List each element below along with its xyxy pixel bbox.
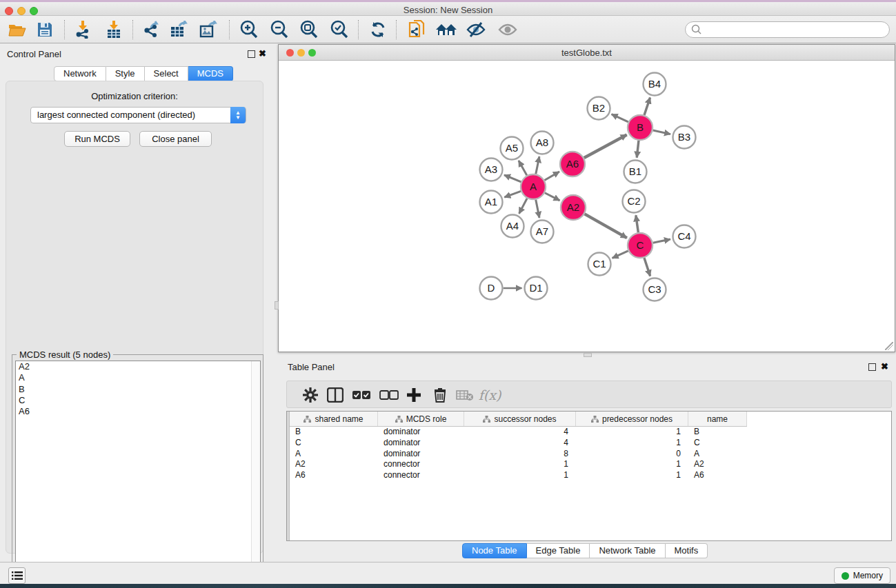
column-header-predecessor-nodes[interactable]: predecessor nodes <box>576 412 688 426</box>
node-C1[interactable]: C1 <box>588 253 611 276</box>
refresh-icon[interactable] <box>366 19 390 41</box>
clone-network-icon[interactable] <box>406 19 429 41</box>
add-column-icon[interactable] <box>403 384 425 406</box>
table-row[interactable]: Bdominator41B <box>290 427 747 438</box>
table-row[interactable]: A6connector11A6 <box>290 470 747 481</box>
tab-network-table[interactable]: Network Table <box>590 543 665 558</box>
node-C3[interactable]: C3 <box>644 278 666 301</box>
column-header-MCDS-role[interactable]: MCDS role <box>378 412 464 426</box>
home-icon[interactable] <box>435 19 458 41</box>
hide-graphics-icon[interactable] <box>464 19 488 41</box>
edge-B-B1[interactable] <box>637 141 639 158</box>
node-D[interactable]: D <box>480 277 503 300</box>
network-graph[interactable]: AA1A2A3A4A5A6A7A8BB1B2B3B4CC1C2C3C4DD1 <box>279 61 895 352</box>
column-header-shared-name[interactable]: shared name <box>290 412 378 426</box>
export-image-icon[interactable] <box>197 19 221 41</box>
edge-A-A5[interactable] <box>519 161 527 175</box>
save-session-icon[interactable] <box>33 19 57 41</box>
node-A7[interactable]: A7 <box>531 221 554 243</box>
result-list-item[interactable]: A <box>16 372 260 383</box>
zoom-selected-icon[interactable] <box>328 19 351 41</box>
result-list-item[interactable]: A2 <box>16 361 260 372</box>
open-session-icon[interactable] <box>6 19 29 41</box>
node-B[interactable]: B <box>628 115 653 140</box>
edge-C-C3[interactable] <box>644 258 650 276</box>
table-row[interactable]: Cdominator41C <box>290 438 747 449</box>
edge-A-A7[interactable] <box>536 200 539 218</box>
node-A5[interactable]: A5 <box>501 137 524 160</box>
node-A3[interactable]: A3 <box>480 159 503 181</box>
node-D1[interactable]: D1 <box>525 277 548 300</box>
node-A4[interactable]: A4 <box>501 215 524 238</box>
table-settings-gear-icon[interactable] <box>299 384 321 406</box>
export-table-icon[interactable] <box>168 19 191 41</box>
result-list-item[interactable]: B <box>16 384 260 395</box>
edge-A-A2[interactable] <box>545 193 560 201</box>
table-row[interactable]: Adominator80A <box>290 449 747 460</box>
tab-motifs[interactable]: Motifs <box>666 543 708 558</box>
column-browser-icon[interactable] <box>324 384 346 406</box>
table-panel-close-button[interactable]: ✖ <box>881 361 888 372</box>
memory-button[interactable]: Memory <box>834 567 890 584</box>
column-header-name[interactable]: name <box>688 412 747 426</box>
result-scrollbar[interactable] <box>251 361 260 583</box>
node-B3[interactable]: B3 <box>673 126 696 149</box>
close-panel-button[interactable]: Close panel <box>139 131 212 147</box>
edge-C-C1[interactable] <box>613 251 628 258</box>
node-A1[interactable]: A1 <box>480 191 503 214</box>
network-window-titlebar[interactable]: testGlobe.txt <box>279 45 895 61</box>
tab-select[interactable]: Select <box>145 66 188 81</box>
control-panel-float-button[interactable] <box>248 50 255 58</box>
node-B1[interactable]: B1 <box>624 161 647 183</box>
edge-B-B3[interactable] <box>653 130 670 134</box>
edge-B-B4[interactable] <box>644 97 650 115</box>
table-panel-float-button[interactable] <box>868 363 876 371</box>
edge-A-A3[interactable] <box>504 175 521 182</box>
import-table-icon[interactable] <box>102 19 126 41</box>
tab-edge-table[interactable]: Edge Table <box>527 543 590 558</box>
run-mcds-button[interactable]: Run MCDS <box>64 131 130 147</box>
node-A2[interactable]: A2 <box>561 195 586 220</box>
node-B2[interactable]: B2 <box>588 97 610 120</box>
import-network-icon[interactable] <box>71 19 94 41</box>
result-list-item[interactable]: C <box>16 395 260 406</box>
node-table[interactable]: shared nameMCDS rolesuccessor nodesprede… <box>286 411 892 541</box>
edge-A2-C[interactable] <box>585 214 627 238</box>
edge-B-B2[interactable] <box>612 114 628 122</box>
node-A8[interactable]: A8 <box>531 132 554 154</box>
deselect-all-icon[interactable] <box>378 384 400 406</box>
edge-C-C2[interactable] <box>636 215 638 232</box>
node-B4[interactable]: B4 <box>644 73 666 96</box>
node-A6[interactable]: A6 <box>560 152 585 176</box>
search-input[interactable] <box>685 21 890 38</box>
table-row[interactable]: A2connector11A2 <box>290 459 747 470</box>
tab-mcds[interactable]: MCDS <box>188 66 233 81</box>
result-list-item[interactable]: A6 <box>16 406 260 417</box>
node-C[interactable]: C <box>628 233 653 258</box>
edge-C-C4[interactable] <box>653 239 670 243</box>
show-graphics-icon[interactable] <box>496 19 519 41</box>
tab-node-table[interactable]: Node Table <box>462 543 527 558</box>
column-header-successor-nodes[interactable]: successor nodes <box>464 412 576 426</box>
window-resize-grip[interactable] <box>885 342 893 350</box>
mcds-result-list[interactable]: A2ABCA6 <box>15 361 261 584</box>
select-all-icon[interactable] <box>350 384 372 406</box>
edge-A6-B[interactable] <box>584 134 627 157</box>
zoom-in-icon[interactable] <box>237 19 261 41</box>
network-canvas[interactable]: AA1A2A3A4A5A6A7A8BB1B2B3B4CC1C2C3C4DD1 <box>279 61 895 352</box>
tab-style[interactable]: Style <box>106 66 145 81</box>
node-C4[interactable]: C4 <box>673 225 696 248</box>
node-C2[interactable]: C2 <box>623 190 646 213</box>
edge-A-A4[interactable] <box>519 199 528 214</box>
zoom-out-icon[interactable] <box>268 19 291 41</box>
edge-A-A8[interactable] <box>536 156 539 174</box>
criterion-dropdown[interactable]: largest connected component (directed) ▲… <box>30 107 246 123</box>
node-A[interactable]: A <box>521 174 546 199</box>
edge-A-A6[interactable] <box>544 172 559 180</box>
tab-network[interactable]: Network <box>54 66 106 81</box>
export-network-icon[interactable] <box>140 19 163 41</box>
zoom-fit-icon[interactable] <box>297 19 321 41</box>
vertical-splitter-handle[interactable] <box>275 301 279 310</box>
edge-A-A1[interactable] <box>504 191 521 197</box>
delete-column-trash-icon[interactable] <box>429 384 451 406</box>
